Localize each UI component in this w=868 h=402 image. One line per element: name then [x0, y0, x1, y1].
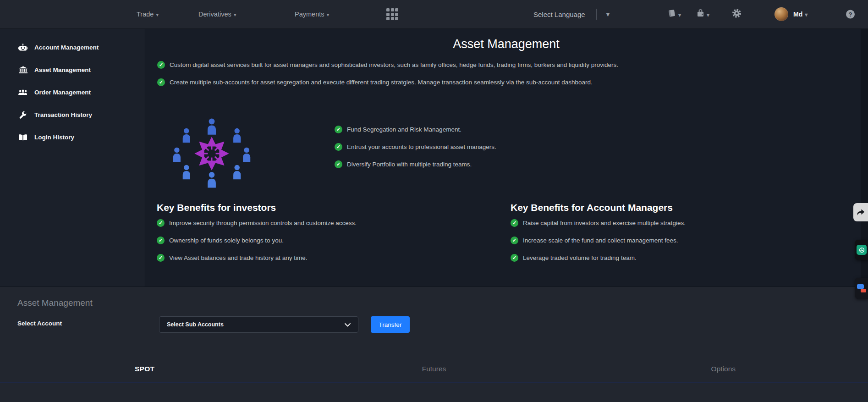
tab-spot[interactable]: SPOT [0, 362, 289, 376]
feature-bullets: Fund Segregation and Risk Management. En… [335, 126, 496, 168]
wallet-menu[interactable] [696, 9, 709, 20]
wrench-icon [18, 111, 27, 119]
check-circle-icon [335, 126, 342, 133]
caret-down-icon [805, 11, 808, 18]
bullet-text: Custom digital asset services built for … [170, 61, 618, 69]
page-title: Asset Management [144, 37, 868, 51]
sidebar-item-transaction-history[interactable]: Transaction History [0, 104, 144, 126]
benefit-bullet: Increase scale of the fund and collect m… [511, 237, 845, 244]
transfer-panel: Asset Management Select Account Select S… [0, 286, 868, 402]
caret-down-icon [707, 10, 709, 18]
check-circle-icon [157, 237, 165, 244]
check-circle-icon [511, 219, 518, 227]
benefit-bullet: Raise capital from investors and exercis… [511, 219, 845, 227]
transfer-button[interactable]: Transfer [371, 316, 410, 333]
sidebar-item-order-management[interactable]: Order Management [0, 81, 144, 104]
check-circle-icon [157, 78, 165, 86]
users-icon [18, 89, 27, 96]
sub-accounts-select[interactable]: Select Sub Accounts [159, 316, 358, 333]
help-icon[interactable] [846, 10, 855, 19]
bullet-text: Increase scale of the fund and collect m… [523, 237, 678, 244]
nav-derivatives[interactable]: Derivatives [198, 11, 236, 18]
intro-bullets: Custom digital asset services built for … [157, 61, 618, 86]
feature-bullet: Entrust your accounts to professional as… [335, 143, 496, 151]
benefits-investors-heading: Key Benefits for investors [157, 202, 491, 213]
benefit-bullet: View Asset balances and trade history at… [157, 254, 491, 262]
benefits-managers-heading: Key Benefits for Account Managers [511, 202, 845, 213]
caret-down-icon [234, 11, 236, 18]
sidebar-item-asset-management[interactable]: Asset Management [0, 59, 144, 81]
check-circle-icon [335, 143, 342, 151]
topbar: Trade Derivatives Payments Select Langua… [0, 0, 868, 29]
check-circle-icon [511, 254, 518, 262]
bank-icon [18, 66, 27, 74]
team-network-illustration [163, 117, 260, 190]
market-tabs: SPOT Futures Options [0, 362, 868, 376]
transfer-panel-heading: Asset Management [17, 298, 93, 308]
user-menu[interactable]: Md [793, 11, 808, 18]
sidebar-item-label: Asset Management [34, 66, 91, 73]
user-name-label: Md [793, 11, 802, 18]
tab-futures[interactable]: Futures [289, 362, 578, 376]
sidebar-item-account-management[interactable]: Account Management [0, 36, 144, 59]
intro-bullet: Create multiple sub-accounts for asset s… [157, 78, 618, 86]
bullet-text: Improve security through permission cont… [169, 219, 357, 227]
check-circle-icon [157, 61, 165, 69]
tab-options[interactable]: Options [579, 362, 868, 376]
bullet-text: Diversify Portfolio with multiple tradin… [347, 160, 472, 168]
benefits-investors-section: Key Benefits for investors Improve secur… [157, 202, 491, 262]
bullet-text: Raise capital from investors and exercis… [523, 219, 686, 227]
feature-bullet: Diversify Portfolio with multiple tradin… [335, 160, 496, 168]
bullet-text: Ownership of funds solely belongs to you… [169, 237, 284, 244]
language-dropdown-icon[interactable] [605, 10, 611, 18]
language-selector[interactable]: Select Language [533, 11, 585, 18]
chat-bubbles-icon[interactable] [855, 278, 868, 299]
bullet-text: View Asset balances and trade history at… [169, 254, 307, 262]
benefits-managers-section: Key Benefits for Account Managers Raise … [511, 202, 845, 262]
bullet-text: Create multiple sub-accounts for asset s… [170, 78, 593, 86]
nav-payments-label: Payments [295, 11, 324, 18]
orders-menu[interactable] [667, 9, 681, 20]
chatgpt-icon[interactable] [855, 240, 868, 260]
avatar[interactable] [775, 7, 788, 21]
sidebar-item-login-history[interactable]: Login History [0, 126, 144, 149]
benefit-bullet: Improve security through permission cont… [157, 219, 491, 227]
bullet-text: Entrust your accounts to professional as… [347, 143, 496, 151]
intro-bullet: Custom digital asset services built for … [157, 61, 618, 69]
benefit-bullet: Ownership of funds solely belongs to you… [157, 237, 491, 244]
gear-icon[interactable] [732, 9, 742, 20]
caret-down-icon [156, 11, 159, 18]
caret-down-icon [326, 11, 329, 18]
sidebar-item-label: Order Management [34, 89, 91, 96]
wallet-icon [696, 9, 705, 20]
check-circle-icon [157, 254, 165, 262]
feature-bullet: Fund Segregation and Risk Management. [335, 126, 496, 133]
sidebar-item-label: Transaction History [34, 111, 92, 118]
sidebar: Account Management Asset Management [0, 29, 144, 286]
messenger-bubbles [857, 284, 866, 292]
caret-down-icon [678, 10, 681, 18]
robot-icon [18, 44, 27, 51]
sidebar-item-label: Login History [34, 134, 74, 141]
check-circle-icon [511, 237, 518, 244]
book-open-icon [18, 134, 27, 141]
share-arrow-icon[interactable] [853, 203, 868, 221]
check-circle-icon [157, 219, 165, 227]
bullet-text: Leverage traded volume for trading team. [523, 254, 637, 262]
benefit-bullet: Leverage traded volume for trading team. [511, 254, 845, 262]
openai-logo [857, 245, 867, 255]
bullet-text: Fund Segregation and Risk Management. [347, 126, 461, 133]
nav-trade-label: Trade [137, 11, 154, 18]
sub-accounts-select-value: Select Sub Accounts [167, 321, 224, 328]
main-content: Asset Management Custom digital asset se… [144, 29, 868, 286]
select-account-label: Select Account [17, 320, 62, 327]
divider [596, 9, 597, 20]
nav-payments[interactable]: Payments [295, 11, 330, 18]
chevron-down-icon [345, 320, 351, 329]
tabs-underline [0, 382, 868, 383]
book-icon [667, 9, 676, 20]
sidebar-item-label: Account Management [34, 44, 99, 51]
nav-trade[interactable]: Trade [137, 11, 159, 18]
nav-derivatives-label: Derivatives [198, 11, 231, 18]
apps-grid-icon[interactable] [386, 8, 398, 20]
